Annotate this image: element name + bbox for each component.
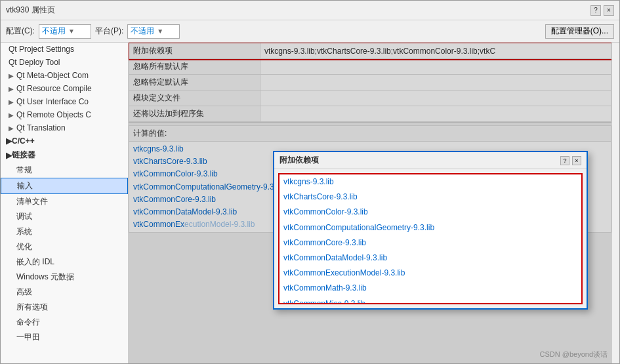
arrow-icon: ▶ bbox=[9, 72, 14, 79]
list-item[interactable]: vtkCommonComputationalGeometry-9.3.lib bbox=[279, 220, 581, 235]
list-item[interactable]: vtkCommonMath-9.3.lib bbox=[279, 281, 581, 296]
sidebar-item-label: 常规 bbox=[16, 165, 32, 174]
sidebar-item-qt-resource-compile[interactable]: ▶ Qt Resource Compile bbox=[1, 82, 128, 95]
sidebar-item-qt-user-interface[interactable]: ▶ Qt User Interface Co bbox=[1, 95, 128, 108]
sidebar-item-label: Qt Translation bbox=[16, 123, 66, 132]
sidebar-item-embedded-idl[interactable]: 嵌入的 IDL bbox=[1, 254, 128, 270]
main-panel: 附加依赖项 vtkcgns-9.3.lib;vtkChartsCore-9.3.… bbox=[129, 43, 611, 363]
watermark: CSDN @beyond谈话 bbox=[540, 350, 608, 359]
sidebar-item-optimize[interactable]: 优化 bbox=[1, 239, 128, 254]
platform-value: 不适用 bbox=[131, 26, 154, 37]
platform-arrow-icon: ▼ bbox=[157, 28, 163, 35]
sidebar-item-qt-translation[interactable]: ▶ Qt Translation bbox=[1, 121, 128, 134]
sidebar-item-label: 命令行 bbox=[16, 317, 40, 327]
modal-close-button[interactable]: × bbox=[572, 156, 581, 165]
sidebar-item-label: Windows 元数据 bbox=[16, 272, 74, 281]
list-item[interactable]: vtkCommonColor-9.3.lib bbox=[279, 205, 581, 220]
config-label: 配置(C): bbox=[6, 26, 35, 37]
sidebar-item-label: 系统 bbox=[16, 227, 32, 236]
platform-select[interactable]: 不适用 ▼ bbox=[127, 24, 180, 39]
list-item[interactable]: vtkCommonExecutionModel-9.3.lib bbox=[279, 266, 581, 281]
sidebar-item-label: 输入 bbox=[17, 181, 33, 190]
help-button[interactable]: ? bbox=[590, 5, 601, 16]
sidebar-item-input[interactable]: 输入 bbox=[1, 178, 128, 194]
sidebar-item-label: 嵌入的 IDL bbox=[16, 257, 54, 266]
sidebar-item-label: 所有选项 bbox=[16, 302, 48, 312]
main-window: vtk930 属性页 ? × 配置(C): 不适用 ▼ 平台(P): 不适用 ▼… bbox=[0, 0, 620, 364]
sidebar-item-commandline[interactable]: 命令行 bbox=[1, 315, 128, 330]
sidebar-item-advanced[interactable]: 高级 bbox=[1, 285, 128, 300]
sidebar-item-label: Qt Meta-Object Com bbox=[16, 71, 89, 80]
sidebar-item-label: Qt Project Settings bbox=[9, 45, 74, 54]
config-select[interactable]: 不适用 ▼ bbox=[39, 24, 91, 39]
modal-title-buttons: ? × bbox=[560, 156, 581, 165]
list-item[interactable]: vtkChartsCore-9.3.lib bbox=[279, 190, 581, 205]
config-value: 不适用 bbox=[42, 26, 66, 37]
list-item[interactable]: vtkcgns-9.3.lib bbox=[279, 174, 581, 190]
arrow-icon: ▶ bbox=[9, 85, 14, 92]
sidebar-item-label: 清单文件 bbox=[16, 197, 48, 206]
modal-dialog: 附加依赖项 ? × vtkcgns-9.3.lib vtkChartsCore-… bbox=[273, 151, 588, 310]
sidebar-item-qt-deploy-tool[interactable]: Qt Deploy Tool bbox=[1, 56, 128, 69]
sidebar-item-windows-metadata[interactable]: Windows 元数据 bbox=[1, 270, 128, 285]
modal-help-button[interactable]: ? bbox=[560, 156, 569, 165]
sidebar-item-label: 链接器 bbox=[12, 150, 35, 161]
sidebar: Qt Project Settings Qt Deploy Tool ▶ Qt … bbox=[1, 43, 129, 363]
right-scrollbar[interactable] bbox=[611, 43, 619, 363]
sidebar-item-label: Qt User Interface Co bbox=[16, 97, 89, 106]
arrow-icon: ▶ bbox=[9, 111, 14, 119]
modal-title: 附加依赖项 bbox=[279, 155, 319, 166]
sidebar-item-qt-remote-objects[interactable]: ▶ Qt Remote Objects C bbox=[1, 108, 128, 121]
list-item[interactable]: vtkCommonMisc-9.3.lib bbox=[279, 296, 581, 305]
arrow-icon: ▶ bbox=[9, 98, 14, 106]
sidebar-item-linker[interactable]: ▶ 链接器 bbox=[1, 148, 128, 163]
platform-label: 平台(P): bbox=[95, 26, 123, 37]
sidebar-item-debug[interactable]: 调试 bbox=[1, 209, 128, 224]
config-bar: 配置(C): 不适用 ▼ 平台(P): 不适用 ▼ 配置管理器(O)... bbox=[1, 20, 619, 43]
close-button[interactable]: × bbox=[604, 5, 614, 16]
sidebar-item-label: 一甲田 bbox=[16, 333, 40, 342]
title-bar: vtk930 属性页 ? × bbox=[1, 1, 619, 20]
config-manager-button[interactable]: 配置管理器(O)... bbox=[545, 24, 614, 39]
modal-listbox[interactable]: vtkcgns-9.3.lib vtkChartsCore-9.3.lib vt… bbox=[278, 173, 583, 304]
sidebar-item-general[interactable]: 常规 bbox=[1, 163, 128, 178]
title-bar-buttons: ? × bbox=[590, 5, 614, 16]
sidebar-item-more[interactable]: 一甲田 bbox=[1, 330, 128, 345]
arrow-icon: ▶ bbox=[6, 136, 12, 146]
sidebar-item-label: C/C++ bbox=[12, 136, 35, 146]
config-arrow-icon: ▼ bbox=[68, 28, 75, 35]
sidebar-item-label: 调试 bbox=[16, 212, 32, 221]
modal-content: vtkcgns-9.3.lib vtkChartsCore-9.3.lib vt… bbox=[274, 169, 587, 308]
sidebar-item-label: Qt Resource Compile bbox=[16, 84, 92, 93]
sidebar-item-system[interactable]: 系统 bbox=[1, 224, 128, 239]
modal-overlay: 附加依赖项 ? × vtkcgns-9.3.lib vtkChartsCore-… bbox=[129, 43, 611, 363]
arrow-icon: ▶ bbox=[6, 151, 12, 160]
sidebar-item-label: Qt Deploy Tool bbox=[9, 58, 60, 67]
sidebar-item-cpp[interactable]: ▶ C/C++ bbox=[1, 134, 128, 148]
sidebar-item-all-options[interactable]: 所有选项 bbox=[1, 300, 128, 315]
sidebar-item-label: 高级 bbox=[16, 287, 32, 296]
sidebar-item-qt-project-settings[interactable]: Qt Project Settings bbox=[1, 43, 128, 56]
content-area: Qt Project Settings Qt Deploy Tool ▶ Qt … bbox=[1, 43, 619, 363]
sidebar-item-manifest[interactable]: 清单文件 bbox=[1, 194, 128, 209]
modal-title-bar: 附加依赖项 ? × bbox=[274, 152, 587, 169]
sidebar-item-label: 优化 bbox=[16, 242, 32, 251]
sidebar-item-label: Qt Remote Objects C bbox=[16, 110, 91, 119]
list-item[interactable]: vtkCommonDataModel-9.3.lib bbox=[279, 251, 581, 266]
list-item[interactable]: vtkCommonCore-9.3.lib bbox=[279, 235, 581, 251]
window-title: vtk930 属性页 bbox=[6, 5, 55, 16]
sidebar-item-qt-meta-object[interactable]: ▶ Qt Meta-Object Com bbox=[1, 69, 128, 82]
arrow-icon: ▶ bbox=[9, 125, 14, 132]
